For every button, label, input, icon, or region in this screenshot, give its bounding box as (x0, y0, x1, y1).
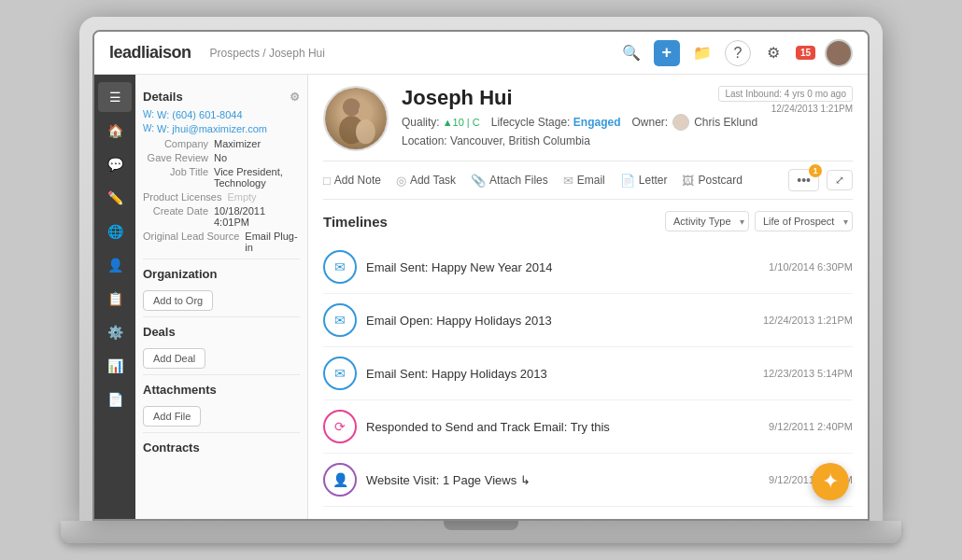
company-value: Maximizer (214, 138, 261, 149)
organization-title: Organization (143, 267, 217, 281)
help-icon[interactable]: ? (725, 40, 751, 66)
sidebar-icon-chart[interactable]: 📊 (98, 351, 132, 381)
timeline-date: 12/24/2013 1:21PM (763, 315, 853, 326)
sidebar-icon-globe[interactable]: 🌐 (98, 217, 132, 246)
original-lead-label: Original Lead Source (143, 231, 239, 253)
settings-icon[interactable]: ⚙ (760, 40, 786, 66)
more-actions-button[interactable]: ••• 1 (788, 169, 819, 191)
owner-avatar (672, 114, 689, 131)
email-link[interactable]: W: jhui@maximizer.com (157, 123, 267, 134)
job-title-value: Vice President, Technology (214, 166, 300, 189)
add-note-action[interactable]: □ Add Note (323, 174, 381, 188)
timeline-text: Responded to Send and Track Email: Try t… (366, 420, 759, 434)
letter-action[interactable]: 📄 Letter (620, 174, 668, 188)
sidebar-nav: ☰ 🏠 💬 ✏️ 🌐 👤 📋 ⚙️ 📊 📄 (94, 75, 135, 519)
timeline-item: ⟳ Responded to Send and Track Email: Try… (323, 400, 853, 454)
phone-link[interactable]: W: (604) 601-8044 (157, 109, 243, 120)
breadcrumb: Prospects / Joseph Hui (210, 47, 325, 60)
gave-review-label: Gave Review (143, 152, 208, 163)
owner-label: Owner: (631, 116, 668, 129)
lifecycle-label: Lifecycle Stage: (491, 116, 571, 129)
timeline-item: ✉ Email Open: Happy Holidays 2013 12/24/… (323, 294, 853, 347)
folder-icon[interactable]: 📁 (689, 40, 715, 66)
timeline-date: 1/10/2014 6:30PM (769, 261, 853, 273)
gear-icon[interactable]: ⚙ (290, 91, 300, 104)
contracts-title: Contracts (143, 441, 200, 455)
email-action[interactable]: ✉ Email (563, 174, 605, 188)
add-to-org-button[interactable]: Add to Org (143, 290, 213, 311)
attachments-title: Attachments (143, 383, 217, 397)
sidebar-icon-user[interactable]: 👤 (98, 250, 132, 280)
logo: leadliaison (109, 43, 191, 63)
search-icon[interactable]: 🔍 (618, 40, 644, 66)
sidebar-icon-list[interactable]: 📋 (98, 284, 132, 314)
action-badge: 1 (809, 164, 822, 177)
svg-point-0 (343, 98, 361, 116)
timeline-item: ✉ Email Sent: Happy Holidays 2013 12/23/… (323, 347, 853, 400)
timeline-date: 12/23/2013 5:14PM (763, 368, 853, 379)
life-of-prospect-filter[interactable]: Life of Prospect (755, 211, 853, 231)
sidebar-icon-home[interactable]: 🏠 (98, 116, 132, 146)
add-task-action[interactable]: ◎ Add Task (396, 174, 456, 188)
fab-button[interactable]: ✦ (812, 463, 849, 500)
company-label: Company (143, 138, 208, 149)
timeline-text: Email Open: Happy Holidays 2013 (366, 314, 754, 328)
timelines-title: Timelines (323, 214, 665, 230)
expand-icon[interactable]: ⤢ (827, 170, 853, 190)
sidebar-icon-menu[interactable]: ☰ (98, 82, 132, 112)
product-value: Empty (227, 191, 256, 203)
timeline-date: 9/12/2011 2:40PM (769, 421, 853, 432)
timeline-icon: 👤 (323, 463, 357, 497)
last-inbound-button[interactable]: Last Inbound: 4 yrs 0 mo ago (718, 86, 853, 102)
timeline-list: ✉ Email Sent: Happy New Year 2014 1/10/2… (323, 241, 853, 507)
timeline-icon: ⟳ (323, 410, 357, 443)
action-bar: □ Add Note ◎ Add Task 📎 Attach Files (323, 161, 853, 200)
add-file-button[interactable]: Add File (143, 406, 201, 427)
details-title: Details (143, 90, 183, 104)
email-icon: ✉ (563, 174, 573, 188)
user-avatar[interactable] (825, 39, 853, 67)
location-label: Location: (402, 134, 447, 147)
location-value: Vancouver, British Columbia (450, 134, 590, 147)
quality-label: Quality: (402, 116, 440, 129)
owner-name: Chris Eklund (694, 116, 757, 129)
create-date-label: Create Date (143, 205, 208, 228)
job-title-label: Job Title (143, 166, 208, 189)
postcard-action[interactable]: 🖼 Postcard (682, 174, 742, 188)
postcard-icon: 🖼 (682, 174, 694, 188)
create-date-value: 10/18/2011 4:01PM (214, 205, 300, 228)
timeline-icon: ✉ (323, 303, 357, 337)
add-icon[interactable]: + (654, 40, 680, 66)
profile-photo (323, 86, 389, 151)
product-label: Product Licenses (143, 191, 221, 203)
lifecycle-value: Engaged (573, 116, 621, 129)
deals-title: Deals (143, 325, 176, 339)
main-content: Joseph Hui Quality: ▲10 | C Lifecycle St… (308, 75, 868, 519)
timeline-item: 👤 Website Visit: 1 Page Views ↳ 9/12/201… (323, 454, 853, 507)
timeline-text: Email Sent: Happy New Year 2014 (366, 260, 759, 274)
timeline-item: ✉ Email Sent: Happy New Year 2014 1/10/2… (323, 241, 853, 294)
svg-point-2 (359, 104, 373, 118)
add-deal-button[interactable]: Add Deal (143, 348, 205, 369)
notification-badge: 15 (796, 46, 815, 60)
note-icon: □ (323, 174, 331, 188)
timeline-text: Email Sent: Happy Holidays 2013 (366, 367, 754, 381)
last-inbound-date: 12/24/2013 1:21PM (718, 104, 853, 114)
sidebar-icon-settings[interactable]: ⚙️ (98, 317, 132, 347)
original-lead-value: Email Plug-in (245, 231, 300, 253)
attach-icon: 📎 (471, 174, 486, 188)
left-panel: Details ⚙ W: W: (604) 601-8044 W: W: jhu… (135, 75, 308, 519)
sidebar-icon-edit[interactable]: ✏️ (98, 183, 132, 213)
task-icon: ◎ (396, 174, 406, 188)
sidebar-icon-doc[interactable]: 📄 (98, 385, 132, 414)
svg-point-3 (356, 119, 375, 144)
quality-score: ▲10 | C (443, 117, 480, 128)
letter-icon: 📄 (620, 174, 635, 188)
timeline-icon: ✉ (323, 357, 357, 390)
timeline-icon: ✉ (323, 250, 357, 284)
attach-files-action[interactable]: 📎 Attach Files (471, 174, 548, 188)
sidebar-icon-chat[interactable]: 💬 (98, 149, 132, 179)
gave-review-value: No (214, 152, 227, 163)
timeline-text: Website Visit: 1 Page Views ↳ (366, 473, 759, 487)
activity-type-filter[interactable]: Activity Type (665, 211, 749, 231)
